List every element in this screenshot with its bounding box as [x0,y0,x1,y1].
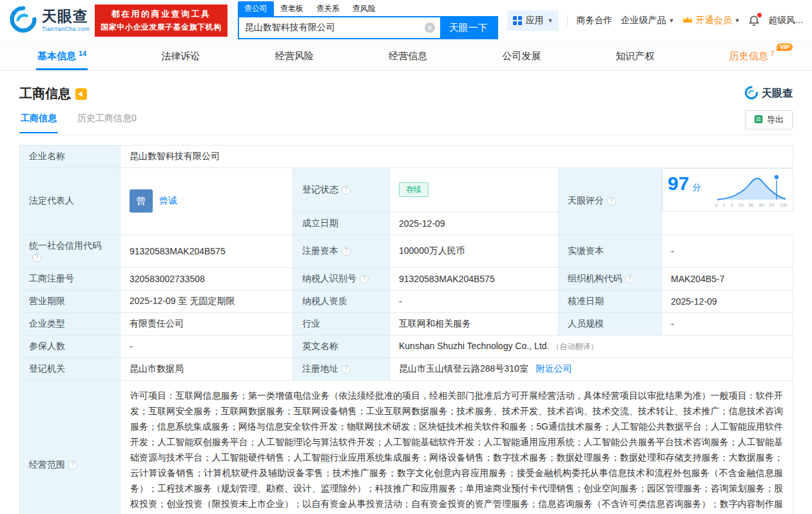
help-icon[interactable]: ? [342,186,351,195]
tab-intellectual-property[interactable]: 知识产权 [615,42,656,70]
super-risk-menu[interactable]: 超级风... [768,15,803,26]
score-number: 97 [668,173,689,194]
business-cooperation-link[interactable]: 商务合作 [576,15,612,26]
search-box: ✕ 天眼一下 [238,16,498,39]
address-text: 昆山市玉山镇登云路288号310室 [399,363,528,374]
field-legal-rep-label: 法定代表人 [20,168,121,235]
export-button[interactable]: 导出 [745,110,793,129]
field-industry-label: 行业 [293,312,390,335]
help-icon[interactable]: ? [625,274,634,283]
subtab-business-info[interactable]: 工商信息 [19,113,58,133]
subtab-history-count: 0 [131,113,137,123]
subtab-history-label: 历史工商信息 [77,113,131,123]
announcement-icon[interactable] [75,88,87,100]
notification-dot [757,13,762,17]
tab-operating-info[interactable]: 经营信息 [387,42,429,70]
nearby-companies-link[interactable]: 附近公司 [536,363,572,374]
table-row: 法定代表人 曾 曾诚 登记状态? 存续 天眼评分? 97 分 [20,168,793,213]
divider [567,15,568,26]
enterprise-products-label: 企业级产品 [621,15,666,26]
auto-translate-note: （自动翻译） [552,342,598,351]
tianyancha-logo-icon [9,5,37,36]
brand-domain: TianYanCha.com [42,26,90,32]
field-score-label: 天眼评分? [559,168,662,235]
field-paid-capital-value: - [662,234,793,267]
help-icon[interactable]: ? [342,247,351,256]
business-cooperation-label: 商务合作 [576,15,612,26]
vip-membership-menu[interactable]: 开通会员 ▼ [682,15,740,26]
field-address-label: 注册地址? [293,357,390,380]
subtab-history-business-info[interactable]: 历史工商信息0 [76,113,138,132]
field-business-scope-label: 经营范围? [20,380,121,514]
search-tab-boss[interactable]: 查老板 [274,1,310,16]
main-content: 工商信息 天眼查 工商信息 历史工商信息0 导出 [0,85,812,514]
help-icon[interactable]: ? [68,461,77,470]
enterprise-products-menu[interactable]: 企业级产品 ▼ [621,15,674,26]
field-insured-count-label: 参保人数 [20,335,121,357]
table-row: 参保人数 - 英文名称 Kunshan Shuzhi Technology Co… [20,335,793,357]
watermark-logo-text: 天眼查 [762,87,793,100]
apps-label: 应用 [526,15,544,26]
help-icon[interactable]: ? [32,253,41,262]
field-org-code-label: 组织机构代码? [559,267,662,290]
chevron-down-icon: ▼ [734,17,740,24]
table-row: 经营范围? 许可项目：互联网信息服务；第一类增值电信业务（依法须经批准的项目，经… [20,380,793,514]
tianyancha-logo[interactable]: 天眼查 TianYanCha.com [9,5,90,36]
watermark-logo: 天眼查 [744,86,793,102]
page-title: 工商信息 [19,85,71,102]
crown-icon [682,15,693,26]
english-name-text: Kunshan Shuzhi Technology Co., Ltd. [399,341,549,351]
promo-banner: 都在用的商业查询工具 国家中小企业发展子基金旗下机构 [95,5,227,37]
search-tab-relation[interactable]: 查关系 [310,1,346,16]
field-reg-status-value: 存续 [390,168,559,213]
table-row: 统一社会信用代码? 91320583MAK204B575 注册资本? 10000… [20,234,793,267]
tab-basic-info[interactable]: 基本信息 14 [36,42,88,70]
field-approved-date-value: 2025-12-09 [662,290,793,312]
field-english-name-label: 英文名称 [293,335,390,357]
field-business-scope-value: 许可项目：互联网信息服务；第一类增值电信业务（依法须经批准的项目，经相关部门批准… [121,380,793,514]
notification-bell-icon[interactable] [748,14,760,27]
top-bar: 天眼查 TianYanCha.com 都在用的商业查询工具 国家中小企业发展子基… [0,0,812,41]
tab-legal-litigation[interactable]: 法律诉讼 [160,42,202,70]
field-reg-authority-label: 登记机关 [20,357,121,380]
search-area: 查公司 查老板 查关系 查风险 ✕ 天眼一下 [238,2,498,39]
tab-history-info[interactable]: 历史信息 7 VIP [728,42,776,70]
table-row: 工商注册号 320583002733508 纳税人识别号? 91320583MA… [20,267,793,290]
field-credit-code-value: 91320583MAK204B575 [121,234,293,267]
score-unit: 分 [692,182,701,193]
field-term-label: 营业期限 [20,290,121,312]
tab-legal-litigation-label: 法律诉讼 [162,50,200,62]
tab-operating-info-label: 经营信息 [389,50,427,62]
score-chart: 01310508097100 [715,173,788,207]
field-tax-quality-value: - [390,290,559,312]
tab-company-development-label: 公司发展 [502,50,541,62]
field-paid-capital-label: 实缴资本 [559,234,662,267]
field-english-name-value: Kunshan Shuzhi Technology Co., Ltd.（自动翻译… [390,335,793,357]
section-header: 工商信息 天眼查 [19,85,793,102]
tab-history-info-count: 7 [771,50,775,57]
apps-menu[interactable]: 应用 ▼ [507,10,559,31]
apps-grid-icon [513,16,522,25]
tab-company-development[interactable]: 公司发展 [501,42,542,70]
field-reg-authority-value: 昆山市数据局 [121,357,293,380]
search-tab-risk[interactable]: 查风险 [346,1,382,16]
table-row: 登记机关 昆山市数据局 注册地址? 昆山市玉山镇登云路288号310室 附近公司 [20,357,793,380]
field-tax-id-value: 91320583MAK204B575 [390,267,559,290]
search-button[interactable]: 天眼一下 [440,17,497,38]
help-icon[interactable]: ? [607,196,616,205]
field-tax-quality-label: 纳税人资质 [293,290,390,312]
search-tab-company[interactable]: 查公司 [238,1,274,16]
legal-rep-link[interactable]: 曾诚 [159,195,177,207]
field-staff-size-label: 人员规模 [559,312,662,335]
search-clear-icon[interactable]: ✕ [425,23,435,33]
promo-banner-line1: 都在用的商业查询工具 [101,8,222,20]
super-risk-label: 超级风... [768,15,803,26]
legal-rep-avatar[interactable]: 曾 [130,189,153,213]
field-company-type-label: 企业类型 [20,312,121,335]
field-reg-capital-value: 100000万人民币 [390,234,559,267]
help-icon[interactable]: ? [342,365,351,374]
tab-operating-risk[interactable]: 经营风险 [274,42,315,70]
field-reg-capital-label: 注册资本? [293,234,390,267]
search-input[interactable] [239,17,425,38]
help-icon[interactable]: ? [360,274,369,283]
